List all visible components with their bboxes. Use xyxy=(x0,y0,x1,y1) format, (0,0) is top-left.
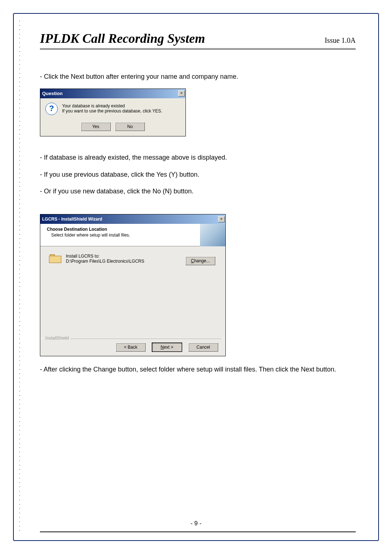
intro-text: - Click the Next button after entering y… xyxy=(40,71,356,82)
question-dialog: Question × ? Your database is already ex… xyxy=(40,89,186,136)
header-rule xyxy=(40,48,356,50)
installshield-wizard-dialog: LGCRS - InstallShield Wizard × Choose De… xyxy=(40,214,226,356)
install-info: Install LGCRS to: D:\Program Files\LG El… xyxy=(66,254,144,264)
cancel-button[interactable]: Cancel xyxy=(188,343,218,352)
use-previous-text: - If you use previous database, click th… xyxy=(40,169,356,180)
wizard-footer: InstallShield < Back Next > Cancel xyxy=(40,338,225,356)
next-button[interactable]: Next > xyxy=(152,343,182,352)
page-number: - 9 - xyxy=(0,520,392,527)
issue-label: Issue 1.0A xyxy=(324,36,356,45)
install-to-label: Install LGCRS to: xyxy=(66,254,99,259)
wizard-title: LGCRS - InstallShield Wizard xyxy=(42,217,102,222)
after-wizard-text: - After clicking the Change button, sele… xyxy=(40,364,356,375)
question-mark-icon: ? xyxy=(45,103,58,115)
wizard-footer-buttons: < Back Next > Cancel xyxy=(114,343,220,352)
page-header: IPLDK Call Recording System Issue 1.0A xyxy=(40,31,356,46)
question-dialog-titlebar: Question × xyxy=(40,89,185,98)
installshield-brand: InstallShield xyxy=(44,336,70,341)
wizard-footer-rule xyxy=(44,338,222,339)
question-message-line1: Your database is already existed xyxy=(62,103,180,108)
folder-icon xyxy=(49,254,61,263)
question-message-line2: If you want to use the previous database… xyxy=(62,108,180,114)
wizard-titlebar: LGCRS - InstallShield Wizard × xyxy=(40,214,225,224)
question-dialog-buttons: Yes No xyxy=(40,119,185,136)
no-button[interactable]: No xyxy=(115,122,145,131)
wizard-header-art xyxy=(200,224,225,246)
back-button[interactable]: < Back xyxy=(116,343,146,352)
use-new-text: - Or if you use new database, click the … xyxy=(40,186,356,197)
document-title: IPLDK Call Recording System xyxy=(40,31,205,46)
wizard-header-subtitle: Select folder where setup will install f… xyxy=(51,233,221,238)
wizard-body: Install LGCRS to: D:\Program Files\LG El… xyxy=(40,246,225,264)
close-icon[interactable]: × xyxy=(178,90,185,97)
question-dialog-title: Question xyxy=(42,91,62,96)
wizard-header: Choose Destination Location Select folde… xyxy=(40,224,225,246)
db-existed-text: - If database is already existed, the me… xyxy=(40,152,356,163)
wizard-header-title: Choose Destination Location xyxy=(47,227,221,232)
install-path: D:\Program Files\LG Electronics\LGCRS xyxy=(66,259,144,264)
page-content: IPLDK Call Recording System Issue 1.0A -… xyxy=(40,31,356,381)
yes-button[interactable]: Yes xyxy=(81,122,111,131)
footer-rule xyxy=(40,532,356,532)
spiral-binding-dots xyxy=(19,19,20,534)
change-button[interactable]: Change... xyxy=(185,257,215,265)
question-dialog-body: ? Your database is already existed If yo… xyxy=(40,98,185,119)
close-icon[interactable]: × xyxy=(218,216,225,222)
